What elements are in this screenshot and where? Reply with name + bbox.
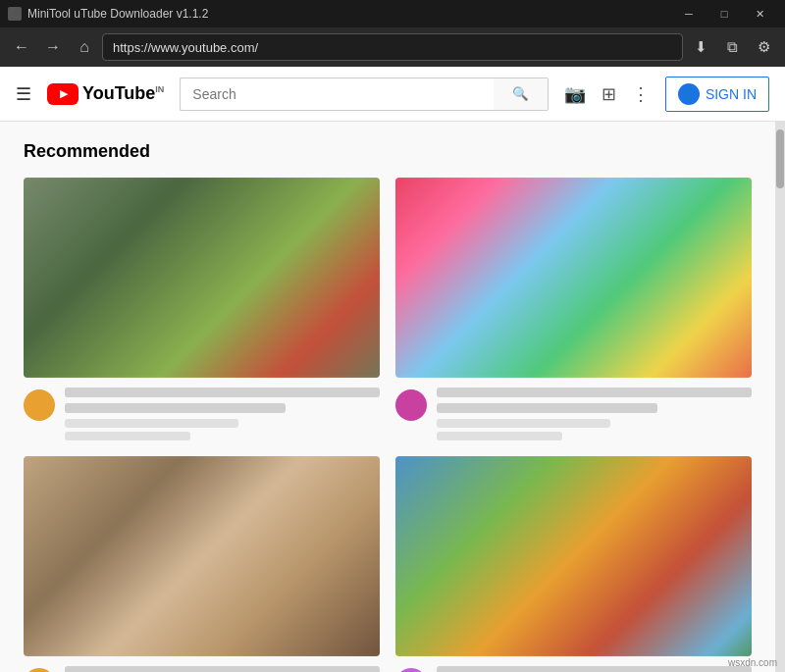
avatar-1	[24, 389, 55, 421]
youtube-content: Recommended	[0, 122, 775, 672]
avatar-3	[24, 668, 55, 672]
video-title-3	[65, 666, 380, 672]
thumb-image-1	[24, 178, 380, 378]
video-info-2	[437, 388, 752, 440]
video-card-3[interactable]	[24, 456, 380, 672]
video-views-2	[437, 432, 562, 440]
video-title-1b	[65, 403, 286, 413]
nav-icons: ⬇ ⧉ ⚙	[687, 33, 777, 61]
apps-icon[interactable]: ⊞	[602, 83, 616, 105]
back-button[interactable]: ←	[8, 33, 35, 61]
video-thumbnail-4	[395, 456, 752, 656]
scrollbar[interactable]	[775, 122, 785, 672]
account-icon: 👤	[678, 83, 700, 105]
avatar-4	[395, 668, 427, 672]
video-title-2	[437, 388, 752, 397]
video-channel-1	[65, 419, 238, 428]
close-button[interactable]: ✕	[742, 0, 777, 27]
video-card-2[interactable]	[395, 178, 752, 440]
search-input[interactable]	[180, 78, 494, 111]
video-meta-2	[395, 388, 752, 440]
maximize-button[interactable]: □	[706, 0, 742, 27]
download-icon-button[interactable]: ⬇	[687, 33, 714, 61]
youtube-body: Recommended	[0, 122, 785, 672]
title-bar: MiniTool uTube Downloader v1.1.2 ─ □ ✕	[0, 0, 785, 27]
nav-bar: ← → ⌂ ⬇ ⧉ ⚙	[0, 27, 785, 67]
search-container: 🔍	[180, 78, 549, 111]
thumb-image-3	[24, 456, 380, 656]
video-info-3	[65, 666, 380, 672]
search-icon: 🔍	[512, 86, 529, 101]
video-thumbnail-2	[395, 178, 752, 378]
browser-area: ☰ YouTubeIN 🔍 📷 ⊞ ⋮ 👤 SIGN IN	[0, 67, 785, 672]
minimize-button[interactable]: ─	[671, 0, 706, 27]
video-channel-2	[437, 419, 610, 428]
watermark: wsxdn.com	[728, 657, 777, 668]
title-bar-title: MiniTool uTube Downloader v1.1.2	[27, 7, 208, 21]
thumb-image-2	[395, 178, 752, 378]
sign-in-button[interactable]: 👤 SIGN IN	[665, 77, 769, 112]
country-code: IN	[155, 84, 164, 94]
video-card-4[interactable]	[395, 456, 752, 672]
youtube-logo-icon	[47, 83, 78, 105]
thumb-image-4	[395, 456, 752, 656]
scrollbar-thumb[interactable]	[776, 129, 784, 188]
youtube-logo-text: YouTubeIN	[82, 83, 164, 104]
youtube-logo: YouTubeIN	[47, 83, 164, 105]
video-meta-1	[24, 388, 380, 440]
more-options-icon[interactable]: ⋮	[632, 83, 650, 105]
home-button[interactable]: ⌂	[71, 33, 98, 61]
video-thumbnail-1	[24, 178, 380, 378]
address-bar[interactable]	[102, 33, 683, 61]
video-info-4	[437, 666, 752, 672]
header-right: 📷 ⊞ ⋮ 👤 SIGN IN	[564, 77, 769, 112]
video-title-4	[437, 666, 752, 672]
video-title-2b	[437, 403, 657, 413]
app-icon	[8, 7, 22, 21]
video-thumbnail-3	[24, 456, 380, 656]
video-meta-3	[24, 666, 380, 672]
settings-icon-button[interactable]: ⚙	[750, 33, 777, 61]
video-meta-4	[395, 666, 752, 672]
recommended-video-grid	[24, 178, 752, 672]
title-bar-left: MiniTool uTube Downloader v1.1.2	[8, 7, 208, 21]
youtube-page: ☰ YouTubeIN 🔍 📷 ⊞ ⋮ 👤 SIGN IN	[0, 67, 785, 672]
copy-icon-button[interactable]: ⧉	[718, 33, 746, 61]
video-title-1	[65, 388, 380, 397]
search-button[interactable]: 🔍	[494, 78, 549, 111]
avatar-2	[395, 389, 427, 421]
forward-button[interactable]: →	[39, 33, 67, 61]
title-bar-controls: ─ □ ✕	[671, 0, 777, 27]
menu-icon[interactable]: ☰	[16, 83, 31, 105]
video-card-1[interactable]	[24, 178, 380, 440]
youtube-header: ☰ YouTubeIN 🔍 📷 ⊞ ⋮ 👤 SIGN IN	[0, 67, 785, 122]
video-views-1	[65, 432, 190, 440]
recommended-section-title: Recommended	[24, 141, 752, 162]
video-camera-icon[interactable]: 📷	[564, 83, 586, 105]
video-info-1	[65, 388, 380, 440]
